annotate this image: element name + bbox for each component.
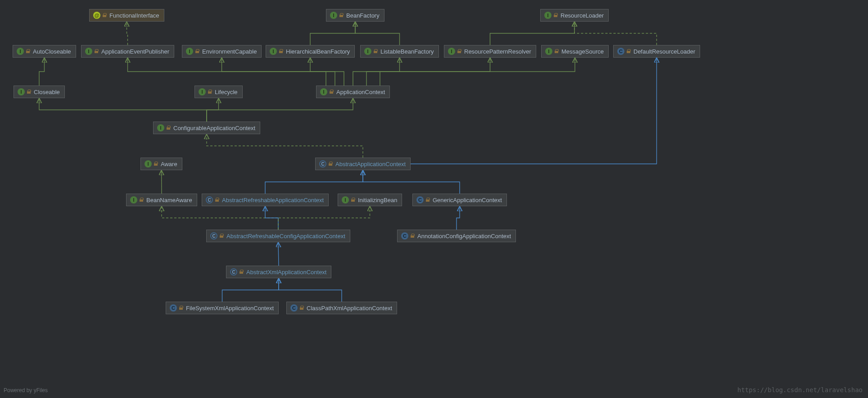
edge-abstractRefreshConfig-to-initializingBean: [278, 206, 370, 230]
node-label: ListableBeanFactory: [380, 48, 434, 55]
node-environmentCapable[interactable]: IEnvironmentCapable: [182, 45, 262, 58]
node-fileSystemXmlCtx[interactable]: CFileSystemXmlApplicationContext: [166, 302, 279, 314]
lock-icon: [103, 13, 107, 18]
edge-applicationContext-to-listableBeanFactory: [353, 58, 400, 86]
node-label: AbstractRefreshableApplicationContext: [222, 197, 324, 204]
interface-icon: I: [130, 196, 137, 204]
edge-abstractAppCtx-to-defaultResourceLoader: [411, 58, 657, 164]
edge-applicationContext-to-applicationEventPublisher: [128, 58, 326, 86]
edge-genericAppCtx-to-abstractAppCtx: [363, 170, 460, 194]
node-label: EnvironmentCapable: [202, 48, 257, 55]
interface-icon: I: [364, 48, 371, 55]
node-aware[interactable]: IAware: [140, 158, 182, 170]
edge-defaultResourceLoader-to-resourceLoader: [574, 22, 657, 45]
lock-icon: [279, 49, 284, 54]
lock-icon: [26, 49, 31, 54]
node-abstractXmlCtx[interactable]: CAbstractXmlApplicationContext: [226, 266, 331, 278]
lock-icon: [627, 49, 631, 54]
lock-icon: [240, 270, 244, 274]
lock-icon: [374, 49, 378, 54]
lock-icon: [195, 49, 200, 54]
node-label: HierarchicalBeanFactory: [286, 48, 350, 55]
node-initializingBean[interactable]: IInitializingBean: [338, 194, 402, 206]
node-applicationEventPublisher[interactable]: IApplicationEventPublisher: [81, 45, 174, 58]
abstract-class-icon: C: [230, 268, 237, 276]
edge-fileSystemXmlCtx-to-abstractXmlCtx: [222, 278, 279, 302]
edge-abstractRefreshConfig-to-abstractRefreshable: [265, 206, 278, 230]
node-abstractRefreshConfig[interactable]: CAbstractRefreshableConfigApplicationCon…: [206, 230, 350, 242]
node-abstractRefreshable[interactable]: CAbstractRefreshableApplicationContext: [202, 194, 329, 206]
node-label: InitializingBean: [358, 197, 397, 204]
lock-icon: [411, 234, 415, 238]
lock-icon: [300, 306, 304, 310]
node-abstractAppCtx[interactable]: CAbstractApplicationContext: [315, 158, 411, 170]
node-lifecycle[interactable]: ILifecycle: [194, 86, 243, 98]
node-label: Closeable: [34, 89, 60, 95]
node-label: ConfigurableApplicationContext: [173, 125, 255, 131]
node-applicationContext[interactable]: IApplicationContext: [316, 86, 390, 98]
class-icon: C: [290, 304, 298, 312]
node-defaultResourceLoader[interactable]: CDefaultResourceLoader: [613, 45, 700, 58]
edge-applicationContext-to-messageSource: [380, 58, 575, 86]
interface-icon: I: [199, 88, 206, 95]
interface-icon: I: [18, 88, 25, 95]
node-label: ResourceLoader: [561, 12, 604, 19]
edge-listableBeanFactory-to-beanFactory: [355, 22, 400, 45]
interface-icon: I: [330, 12, 337, 19]
class-icon: C: [617, 48, 624, 55]
edge-configurableAppCtx-to-applicationContext: [207, 98, 353, 122]
node-resourcePatternResolver[interactable]: IResourcePatternResolver: [444, 45, 536, 58]
class-icon: C: [170, 304, 177, 312]
node-label: GenericApplicationContext: [433, 197, 502, 204]
node-hierarchicalBeanFactory[interactable]: IHierarchicalBeanFactory: [266, 45, 355, 58]
node-classPathXmlCtx[interactable]: CClassPathXmlApplicationContext: [286, 302, 397, 314]
node-label: ResourcePatternResolver: [464, 48, 531, 55]
interface-icon: I: [544, 12, 552, 19]
lock-icon: [329, 162, 333, 166]
interface-icon: I: [17, 48, 24, 55]
interface-icon: I: [145, 160, 152, 167]
lock-icon: [27, 90, 32, 94]
class-icon: C: [401, 232, 408, 240]
node-label: AbstractApplicationContext: [335, 161, 406, 167]
node-configurableAppCtx[interactable]: IConfigurableApplicationContext: [153, 122, 260, 134]
node-closeable[interactable]: ICloseable: [14, 86, 65, 98]
edge-applicationContext-to-hierarchicalBeanFactory: [310, 58, 344, 86]
powered-by-label: Powered by yFiles: [4, 387, 48, 393]
edge-abstractAppCtx-to-configurableAppCtx: [207, 134, 363, 158]
node-listableBeanFactory[interactable]: IListableBeanFactory: [360, 45, 439, 58]
node-label: AutoCloseable: [33, 48, 71, 55]
edge-abstractRefreshConfig-to-beanNameAware: [162, 206, 278, 230]
node-beanFactory[interactable]: IBeanFactory: [326, 9, 384, 22]
node-label: AbstractXmlApplicationContext: [246, 269, 326, 276]
edge-beanNameAware-to-aware: [162, 170, 162, 194]
node-label: BeanFactory: [346, 12, 380, 19]
node-resourceLoader[interactable]: IResourceLoader: [540, 9, 609, 22]
lock-icon: [167, 126, 171, 130]
node-label: FileSystemXmlApplicationContext: [186, 305, 274, 312]
node-messageSource[interactable]: IMessageSource: [541, 45, 609, 58]
lock-icon: [220, 234, 224, 238]
abstract-class-icon: C: [210, 232, 217, 240]
interface-icon: I: [270, 48, 277, 55]
node-label: BeanNameAware: [146, 197, 192, 204]
node-beanNameAware[interactable]: IBeanNameAware: [126, 194, 197, 206]
node-autoCloseable[interactable]: IAutoCloseable: [13, 45, 76, 58]
abstract-class-icon: C: [206, 196, 213, 204]
lock-icon: [208, 90, 212, 94]
node-functionalInterface[interactable]: @FunctionalInterface: [89, 9, 164, 22]
node-label: AbstractRefreshableConfigApplicationCont…: [226, 233, 345, 240]
node-genericAppCtx[interactable]: CGenericApplicationContext: [412, 194, 507, 206]
interface-icon: I: [448, 48, 455, 55]
watermark-url: https://blog.csdn.net/laravelshao: [737, 386, 863, 393]
interface-icon: I: [320, 88, 327, 95]
class-icon: C: [416, 196, 424, 204]
edge-annotationConfigCtx-to-genericAppCtx: [457, 206, 460, 230]
node-label: MessageSource: [561, 48, 604, 55]
node-label: FunctionalInterface: [109, 12, 159, 19]
edge-applicationContext-to-environmentCapable: [222, 58, 335, 86]
annotation-icon: @: [93, 12, 100, 19]
node-label: Aware: [161, 161, 177, 167]
node-annotationConfigCtx[interactable]: CAnnotationConfigApplicationContext: [397, 230, 516, 242]
lock-icon: [154, 162, 158, 166]
